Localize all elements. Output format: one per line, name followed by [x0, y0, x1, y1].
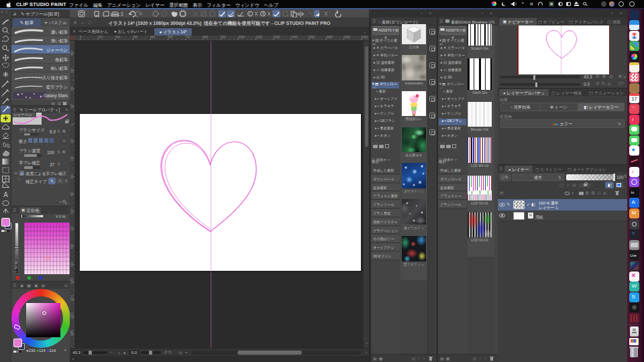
svg-text:A: A	[3, 191, 8, 198]
